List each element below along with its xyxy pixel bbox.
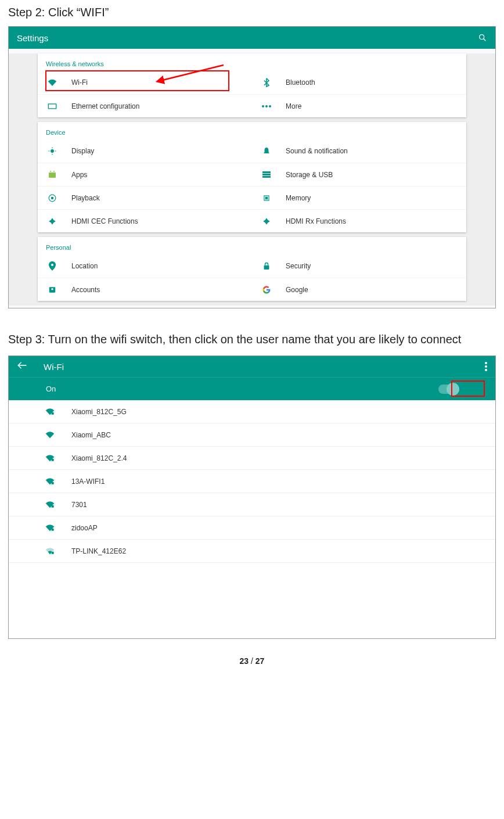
- network-item[interactable]: Xiaomi_812C_5G: [9, 400, 495, 423]
- display-label: Display: [71, 147, 94, 155]
- svg-point-28: [485, 365, 487, 368]
- wifi-secure-icon: [44, 454, 56, 462]
- back-icon[interactable]: [17, 361, 27, 372]
- hdmi-cec-icon: [46, 217, 59, 225]
- on-label: On: [46, 385, 438, 393]
- wifi-weak-secure-icon: [44, 547, 56, 555]
- wifi-label: Wi-Fi: [71, 78, 88, 87]
- wifi-item[interactable]: Wi-Fi: [38, 71, 252, 94]
- bluetooth-item[interactable]: Bluetooth: [252, 71, 466, 94]
- playback-icon: [46, 194, 59, 202]
- wifi-secure-icon: [44, 501, 56, 508]
- svg-point-13: [53, 171, 55, 172]
- location-item[interactable]: Location: [38, 254, 252, 278]
- network-item[interactable]: 7301: [9, 493, 495, 516]
- lock-icon: [260, 262, 273, 270]
- svg-point-23: [51, 288, 53, 290]
- wifi-secure-icon: [44, 408, 56, 415]
- storage-icon: [260, 171, 273, 178]
- display-item[interactable]: Display: [38, 139, 252, 163]
- network-name: 7301: [71, 501, 87, 509]
- personal-card: Personal Location Accounts: [38, 237, 466, 301]
- wifi-title: Wi-Fi: [44, 362, 485, 372]
- network-name: zidooAP: [71, 524, 98, 532]
- wifi-secure-icon: [44, 524, 56, 531]
- svg-rect-34: [52, 529, 54, 531]
- svg-point-5: [269, 105, 271, 107]
- svg-rect-33: [52, 505, 54, 508]
- storage-item[interactable]: Storage & USB: [252, 163, 466, 186]
- search-icon[interactable]: [478, 33, 487, 42]
- apps-label: Apps: [71, 171, 87, 179]
- svg-rect-17: [262, 174, 271, 175]
- section-device: Device: [38, 125, 466, 139]
- more-horizontal-icon: [260, 105, 273, 107]
- security-item[interactable]: Security: [252, 254, 466, 278]
- memory-item[interactable]: Memory: [252, 186, 466, 209]
- apps-icon: [46, 171, 59, 179]
- bluetooth-icon: [260, 78, 273, 87]
- settings-screenshot: Settings Wireless & networks Wi-Fi: [8, 26, 496, 308]
- network-item[interactable]: Xiaomi_812C_2.4: [9, 447, 495, 470]
- svg-rect-20: [265, 197, 268, 199]
- bluetooth-label: Bluetooth: [286, 78, 315, 87]
- sound-item[interactable]: Sound & notification: [252, 139, 466, 163]
- svg-line-1: [484, 39, 486, 41]
- network-item[interactable]: TP-LINK_412E62: [9, 540, 495, 563]
- ethernet-label: Ethernet configuration: [71, 102, 139, 110]
- device-card: Device Display Apps Playback: [38, 122, 466, 232]
- wifi-open-icon: [44, 431, 56, 439]
- network-name: Xiaomi_812C_2.4: [71, 454, 127, 462]
- svg-point-12: [50, 171, 51, 172]
- hdmi-rx-icon: [260, 217, 273, 225]
- hdmi-rx-label: HDMI Rx Functions: [286, 217, 346, 225]
- more-item[interactable]: More: [252, 94, 466, 117]
- ethernet-item[interactable]: Ethernet configuration: [38, 94, 252, 117]
- hdmi-rx-item[interactable]: HDMI Rx Functions: [252, 209, 466, 232]
- wifi-switch[interactable]: [438, 385, 458, 394]
- svg-rect-30: [52, 412, 54, 415]
- sound-label: Sound & notification: [286, 147, 348, 155]
- google-icon: [260, 286, 273, 294]
- svg-rect-31: [52, 459, 54, 461]
- step3-title: Step 3: Turn on the wifi switch, then cl…: [8, 332, 496, 347]
- step2-title: Step 2: Click “WIFI”: [8, 6, 496, 19]
- svg-point-6: [51, 149, 54, 153]
- wifi-screenshot: Wi-Fi On Xiaomi_812C_5G Xiaomi_ABC Xiaom…: [8, 355, 496, 639]
- location-icon: [46, 261, 59, 271]
- accounts-label: Accounts: [71, 286, 100, 294]
- section-personal: Personal: [38, 240, 466, 254]
- settings-app-bar: Settings: [9, 27, 495, 49]
- google-item[interactable]: Google: [252, 278, 466, 301]
- google-label: Google: [286, 286, 308, 294]
- svg-rect-2: [48, 104, 56, 109]
- network-item[interactable]: zidooAP: [9, 516, 495, 540]
- svg-rect-35: [52, 552, 54, 554]
- network-item[interactable]: Xiaomi_ABC: [9, 423, 495, 447]
- playback-item[interactable]: Playback: [38, 186, 252, 209]
- accounts-icon: [46, 286, 59, 293]
- more-vertical-icon[interactable]: [485, 362, 487, 371]
- svg-point-0: [480, 35, 484, 39]
- wifi-app-bar: Wi-Fi: [9, 356, 495, 377]
- network-name: Xiaomi_ABC: [71, 431, 111, 439]
- hdmi-cec-item[interactable]: HDMI CEC Functions: [38, 209, 252, 232]
- svg-point-21: [51, 264, 53, 266]
- more-label: More: [286, 102, 301, 110]
- wifi-on-row: On: [9, 377, 495, 400]
- memory-label: Memory: [286, 194, 311, 202]
- svg-point-4: [265, 105, 268, 107]
- network-list: Xiaomi_812C_5G Xiaomi_ABC Xiaomi_812C_2.…: [9, 400, 495, 667]
- svg-point-27: [485, 362, 487, 364]
- svg-point-29: [485, 369, 487, 371]
- accounts-item[interactable]: Accounts: [38, 278, 252, 301]
- location-label: Location: [71, 262, 98, 270]
- svg-point-3: [262, 105, 264, 107]
- network-item[interactable]: 13A-WIFI1: [9, 470, 495, 493]
- network-name: TP-LINK_412E62: [71, 547, 126, 555]
- playback-label: Playback: [71, 194, 100, 202]
- apps-item[interactable]: Apps: [38, 163, 252, 186]
- svg-rect-18: [262, 176, 271, 178]
- network-name: Xiaomi_812C_5G: [71, 408, 127, 416]
- security-label: Security: [286, 262, 311, 270]
